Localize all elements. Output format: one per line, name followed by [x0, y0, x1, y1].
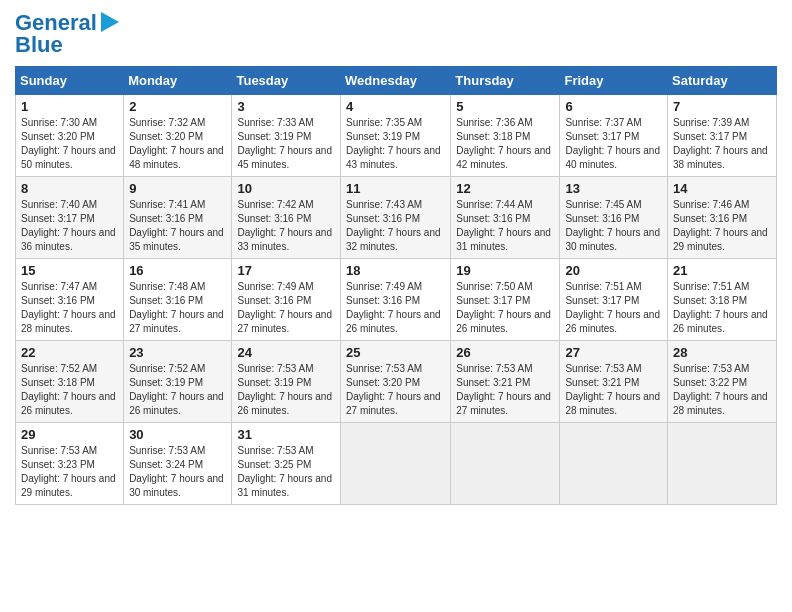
day-info: Sunrise: 7:35 AM Sunset: 3:19 PM Dayligh… — [346, 116, 445, 172]
day-number: 18 — [346, 263, 445, 278]
calendar-day-cell: 8 Sunrise: 7:40 AM Sunset: 3:17 PM Dayli… — [16, 177, 124, 259]
calendar-day-cell: 3 Sunrise: 7:33 AM Sunset: 3:19 PM Dayli… — [232, 95, 341, 177]
calendar-day-cell: 27 Sunrise: 7:53 AM Sunset: 3:21 PM Dayl… — [560, 341, 668, 423]
day-info: Sunrise: 7:52 AM Sunset: 3:18 PM Dayligh… — [21, 362, 118, 418]
day-number: 4 — [346, 99, 445, 114]
day-number: 19 — [456, 263, 554, 278]
day-number: 17 — [237, 263, 335, 278]
calendar-day-cell: 21 Sunrise: 7:51 AM Sunset: 3:18 PM Dayl… — [668, 259, 777, 341]
day-number: 13 — [565, 181, 662, 196]
calendar-day-cell: 25 Sunrise: 7:53 AM Sunset: 3:20 PM Dayl… — [341, 341, 451, 423]
calendar-day-cell: 16 Sunrise: 7:48 AM Sunset: 3:16 PM Dayl… — [124, 259, 232, 341]
calendar-day-cell: 24 Sunrise: 7:53 AM Sunset: 3:19 PM Dayl… — [232, 341, 341, 423]
day-info: Sunrise: 7:53 AM Sunset: 3:25 PM Dayligh… — [237, 444, 335, 500]
logo-text-block: General Blue — [15, 10, 119, 58]
calendar-day-cell: 1 Sunrise: 7:30 AM Sunset: 3:20 PM Dayli… — [16, 95, 124, 177]
day-info: Sunrise: 7:49 AM Sunset: 3:16 PM Dayligh… — [237, 280, 335, 336]
calendar-day-cell: 30 Sunrise: 7:53 AM Sunset: 3:24 PM Dayl… — [124, 423, 232, 505]
weekday-header: Sunday — [16, 67, 124, 95]
calendar-day-cell: 7 Sunrise: 7:39 AM Sunset: 3:17 PM Dayli… — [668, 95, 777, 177]
day-number: 27 — [565, 345, 662, 360]
day-number: 3 — [237, 99, 335, 114]
day-info: Sunrise: 7:40 AM Sunset: 3:17 PM Dayligh… — [21, 198, 118, 254]
day-info: Sunrise: 7:47 AM Sunset: 3:16 PM Dayligh… — [21, 280, 118, 336]
day-number: 29 — [21, 427, 118, 442]
calendar-week-row: 22 Sunrise: 7:52 AM Sunset: 3:18 PM Dayl… — [16, 341, 777, 423]
svg-marker-0 — [101, 12, 119, 32]
calendar-day-cell: 13 Sunrise: 7:45 AM Sunset: 3:16 PM Dayl… — [560, 177, 668, 259]
logo: General Blue — [15, 10, 119, 58]
day-number: 23 — [129, 345, 226, 360]
day-number: 12 — [456, 181, 554, 196]
day-number: 26 — [456, 345, 554, 360]
day-number: 9 — [129, 181, 226, 196]
calendar-week-row: 15 Sunrise: 7:47 AM Sunset: 3:16 PM Dayl… — [16, 259, 777, 341]
day-number: 8 — [21, 181, 118, 196]
day-number: 14 — [673, 181, 771, 196]
calendar-day-cell: 23 Sunrise: 7:52 AM Sunset: 3:19 PM Dayl… — [124, 341, 232, 423]
calendar-day-cell — [668, 423, 777, 505]
day-info: Sunrise: 7:53 AM Sunset: 3:23 PM Dayligh… — [21, 444, 118, 500]
weekday-header: Friday — [560, 67, 668, 95]
day-number: 6 — [565, 99, 662, 114]
day-info: Sunrise: 7:51 AM Sunset: 3:18 PM Dayligh… — [673, 280, 771, 336]
weekday-header: Wednesday — [341, 67, 451, 95]
day-info: Sunrise: 7:32 AM Sunset: 3:20 PM Dayligh… — [129, 116, 226, 172]
day-info: Sunrise: 7:48 AM Sunset: 3:16 PM Dayligh… — [129, 280, 226, 336]
calendar-day-cell: 29 Sunrise: 7:53 AM Sunset: 3:23 PM Dayl… — [16, 423, 124, 505]
day-info: Sunrise: 7:45 AM Sunset: 3:16 PM Dayligh… — [565, 198, 662, 254]
day-number: 2 — [129, 99, 226, 114]
day-number: 15 — [21, 263, 118, 278]
calendar-day-cell: 17 Sunrise: 7:49 AM Sunset: 3:16 PM Dayl… — [232, 259, 341, 341]
day-number: 16 — [129, 263, 226, 278]
calendar-day-cell: 19 Sunrise: 7:50 AM Sunset: 3:17 PM Dayl… — [451, 259, 560, 341]
calendar-header-row: SundayMondayTuesdayWednesdayThursdayFrid… — [16, 67, 777, 95]
calendar-day-cell: 6 Sunrise: 7:37 AM Sunset: 3:17 PM Dayli… — [560, 95, 668, 177]
calendar-day-cell: 18 Sunrise: 7:49 AM Sunset: 3:16 PM Dayl… — [341, 259, 451, 341]
calendar-day-cell: 20 Sunrise: 7:51 AM Sunset: 3:17 PM Dayl… — [560, 259, 668, 341]
calendar-day-cell — [451, 423, 560, 505]
day-info: Sunrise: 7:53 AM Sunset: 3:19 PM Dayligh… — [237, 362, 335, 418]
day-info: Sunrise: 7:53 AM Sunset: 3:21 PM Dayligh… — [565, 362, 662, 418]
day-info: Sunrise: 7:33 AM Sunset: 3:19 PM Dayligh… — [237, 116, 335, 172]
day-info: Sunrise: 7:37 AM Sunset: 3:17 PM Dayligh… — [565, 116, 662, 172]
weekday-header: Tuesday — [232, 67, 341, 95]
calendar-day-cell: 4 Sunrise: 7:35 AM Sunset: 3:19 PM Dayli… — [341, 95, 451, 177]
calendar-day-cell — [341, 423, 451, 505]
calendar-day-cell: 28 Sunrise: 7:53 AM Sunset: 3:22 PM Dayl… — [668, 341, 777, 423]
day-info: Sunrise: 7:53 AM Sunset: 3:24 PM Dayligh… — [129, 444, 226, 500]
day-info: Sunrise: 7:53 AM Sunset: 3:20 PM Dayligh… — [346, 362, 445, 418]
calendar-day-cell: 15 Sunrise: 7:47 AM Sunset: 3:16 PM Dayl… — [16, 259, 124, 341]
day-info: Sunrise: 7:51 AM Sunset: 3:17 PM Dayligh… — [565, 280, 662, 336]
calendar-table: SundayMondayTuesdayWednesdayThursdayFrid… — [15, 66, 777, 505]
day-number: 10 — [237, 181, 335, 196]
day-number: 11 — [346, 181, 445, 196]
day-info: Sunrise: 7:43 AM Sunset: 3:16 PM Dayligh… — [346, 198, 445, 254]
calendar-day-cell: 14 Sunrise: 7:46 AM Sunset: 3:16 PM Dayl… — [668, 177, 777, 259]
day-info: Sunrise: 7:42 AM Sunset: 3:16 PM Dayligh… — [237, 198, 335, 254]
day-info: Sunrise: 7:41 AM Sunset: 3:16 PM Dayligh… — [129, 198, 226, 254]
weekday-header: Saturday — [668, 67, 777, 95]
day-info: Sunrise: 7:36 AM Sunset: 3:18 PM Dayligh… — [456, 116, 554, 172]
day-number: 24 — [237, 345, 335, 360]
day-number: 21 — [673, 263, 771, 278]
day-number: 7 — [673, 99, 771, 114]
day-info: Sunrise: 7:30 AM Sunset: 3:20 PM Dayligh… — [21, 116, 118, 172]
calendar-day-cell: 22 Sunrise: 7:52 AM Sunset: 3:18 PM Dayl… — [16, 341, 124, 423]
day-info: Sunrise: 7:39 AM Sunset: 3:17 PM Dayligh… — [673, 116, 771, 172]
calendar-day-cell: 9 Sunrise: 7:41 AM Sunset: 3:16 PM Dayli… — [124, 177, 232, 259]
calendar-week-row: 8 Sunrise: 7:40 AM Sunset: 3:17 PM Dayli… — [16, 177, 777, 259]
day-info: Sunrise: 7:49 AM Sunset: 3:16 PM Dayligh… — [346, 280, 445, 336]
day-info: Sunrise: 7:46 AM Sunset: 3:16 PM Dayligh… — [673, 198, 771, 254]
weekday-header: Thursday — [451, 67, 560, 95]
day-number: 28 — [673, 345, 771, 360]
day-number: 30 — [129, 427, 226, 442]
calendar-day-cell: 11 Sunrise: 7:43 AM Sunset: 3:16 PM Dayl… — [341, 177, 451, 259]
day-number: 31 — [237, 427, 335, 442]
page-header: General Blue — [15, 10, 777, 58]
day-number: 1 — [21, 99, 118, 114]
calendar-day-cell: 10 Sunrise: 7:42 AM Sunset: 3:16 PM Dayl… — [232, 177, 341, 259]
day-info: Sunrise: 7:50 AM Sunset: 3:17 PM Dayligh… — [456, 280, 554, 336]
day-info: Sunrise: 7:44 AM Sunset: 3:16 PM Dayligh… — [456, 198, 554, 254]
calendar-day-cell: 26 Sunrise: 7:53 AM Sunset: 3:21 PM Dayl… — [451, 341, 560, 423]
